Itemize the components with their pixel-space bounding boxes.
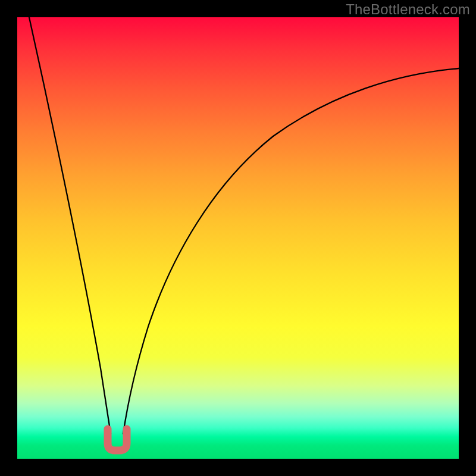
watermark-text: TheBottleneck.com bbox=[346, 1, 470, 18]
bottleneck-curve-left bbox=[29, 17, 111, 434]
bottleneck-curve-right bbox=[123, 68, 459, 434]
optimal-range-marker bbox=[108, 429, 127, 450]
chart-frame: TheBottleneck.com bbox=[0, 0, 476, 476]
curve-layer bbox=[17, 17, 459, 459]
plot-area bbox=[17, 17, 459, 459]
